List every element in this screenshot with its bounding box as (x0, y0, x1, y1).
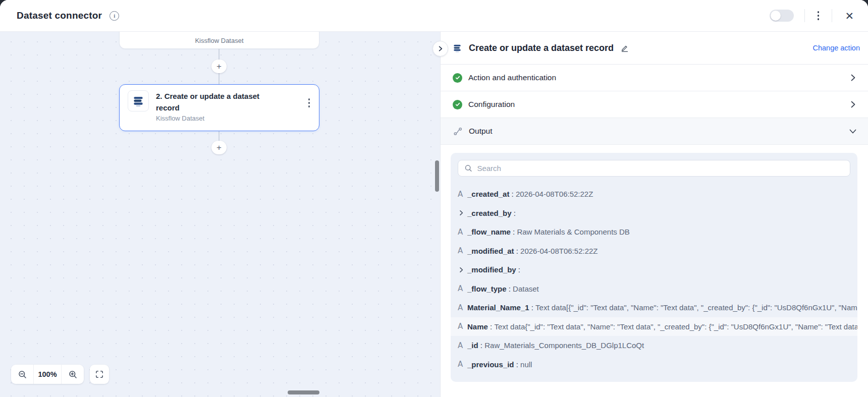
output-field-row[interactable]: _modified_by : (451, 260, 857, 279)
chevron-down-icon (848, 126, 858, 136)
close-icon[interactable]: ✕ (843, 10, 856, 22)
complete-check-icon (453, 73, 462, 83)
section-label: Output (469, 127, 493, 136)
vertical-scrollbar-thumb[interactable] (435, 160, 439, 192)
panel-header: Create or update a dataset record Change… (441, 32, 868, 65)
edit-title-icon[interactable] (620, 43, 629, 52)
output-field-row[interactable]: A Material_Name_1 : Text data[{"_id": "T… (451, 298, 857, 317)
zoom-controls: 100% (11, 365, 84, 384)
section-configuration[interactable]: Configuration (441, 91, 868, 118)
enable-toggle[interactable] (770, 10, 794, 22)
section-label: Action and authentication (468, 73, 556, 82)
output-field-row[interactable]: A _created_at : 2026-04-08T06:52:22Z (451, 185, 857, 204)
output-field-row[interactable]: _created_by : (451, 204, 857, 223)
panel-title: Create or update a dataset record (469, 43, 614, 53)
previous-step-node[interactable]: Kissflow Dataset (119, 32, 319, 49)
info-icon[interactable]: i (110, 11, 119, 21)
node-subtitle: Kissflow Dataset (195, 37, 243, 44)
text-type-icon: A (458, 303, 467, 312)
zoom-in-button[interactable] (62, 365, 84, 384)
change-action-link[interactable]: Change action (812, 44, 860, 52)
output-field-row[interactable]: A _flow_name : Raw Materials & Component… (451, 222, 857, 242)
text-type-icon: A (458, 284, 467, 293)
dataset-connector-window: Dataset connector i ✕ Kissflow Dataset + (0, 0, 868, 397)
horizontal-scrollbar-thumb[interactable] (288, 390, 319, 394)
zoom-out-button[interactable] (11, 365, 33, 384)
collapse-panel-button[interactable] (432, 41, 448, 56)
expand-chevron-icon (458, 266, 467, 273)
search-box (458, 160, 850, 177)
toggle-knob (771, 11, 781, 21)
dataset-icon (128, 90, 149, 111)
fit-to-screen-button[interactable] (90, 365, 109, 384)
zoom-level: 100% (34, 370, 61, 378)
dataset-icon (452, 43, 462, 53)
expand-chevron-icon (458, 209, 467, 216)
text-type-icon: A (458, 246, 467, 255)
add-step-button[interactable]: + (211, 141, 227, 154)
divider (832, 9, 832, 22)
flow-canvas[interactable]: Kissflow Dataset + 2. Create or update a… (0, 32, 440, 397)
node-title: 2. Create or update a dataset record (156, 90, 280, 114)
search-icon (464, 164, 472, 173)
divider (804, 9, 805, 22)
more-options-icon[interactable] (816, 9, 822, 22)
output-fields-list: A _created_at : 2026-04-08T06:52:22Z _cr… (458, 185, 850, 374)
section-output[interactable]: Output (441, 118, 868, 145)
text-type-icon: A (458, 341, 467, 350)
add-step-button[interactable]: + (211, 60, 227, 73)
step-detail-panel: Create or update a dataset record Change… (440, 32, 868, 397)
text-type-icon: A (458, 360, 467, 369)
output-field-row[interactable]: A Name : Text data{"_id": "Text data", "… (451, 317, 857, 336)
output-field-row[interactable]: A _modified_at : 2026-04-08T06:52:22Z (451, 242, 857, 261)
chevron-right-icon (848, 73, 858, 83)
chevron-right-icon (848, 99, 858, 109)
search-input[interactable] (477, 164, 845, 173)
output-body: A _created_at : 2026-04-08T06:52:22Z _cr… (441, 145, 868, 397)
page-title: Dataset connector (17, 10, 102, 21)
text-type-icon: A (458, 228, 467, 237)
section-label: Configuration (468, 100, 515, 109)
output-flow-icon (453, 126, 463, 136)
top-bar: Dataset connector i ✕ (0, 0, 868, 32)
step-node-create-or-update[interactable]: 2. Create or update a dataset record Kis… (119, 84, 319, 131)
node-subtitle: Kissflow Dataset (156, 115, 280, 122)
text-type-icon: A (458, 322, 467, 331)
output-card: A _created_at : 2026-04-08T06:52:22Z _cr… (451, 153, 857, 382)
node-menu-icon[interactable] (306, 96, 312, 131)
output-field-row[interactable]: A _id : Raw_Materials_Components_DB_DGlp… (451, 336, 857, 355)
text-type-icon: A (458, 190, 467, 199)
section-action-authentication[interactable]: Action and authentication (441, 65, 868, 91)
complete-check-icon (453, 100, 462, 109)
output-field-row[interactable]: A _previous_id : null (451, 355, 857, 374)
output-field-row[interactable]: A _flow_type : Dataset (451, 279, 857, 299)
